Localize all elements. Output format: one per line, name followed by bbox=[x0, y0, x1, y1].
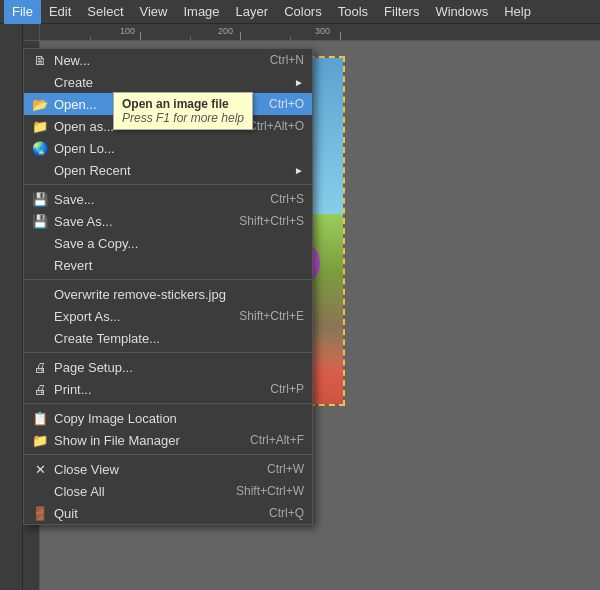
menu-item-overwrite[interactable]: Overwrite remove-stickers.jpg bbox=[24, 283, 312, 305]
tooltip-popup: Open an image file Press F1 for more hel… bbox=[113, 92, 253, 130]
menu-view[interactable]: View bbox=[132, 0, 176, 24]
globe-icon: 🌏 bbox=[30, 141, 50, 156]
menu-item-new-shortcut: Ctrl+N bbox=[270, 53, 304, 67]
tooltip-title: Open an image file bbox=[122, 97, 244, 111]
quit-icon: 🚪 bbox=[30, 506, 50, 521]
menu-item-open-recent[interactable]: Open Recent ► bbox=[24, 159, 312, 181]
tooltip-help: Press F1 for more help bbox=[122, 111, 244, 125]
menu-item-show-file-manager-shortcut: Ctrl+Alt+F bbox=[250, 433, 304, 447]
separator-2 bbox=[24, 279, 312, 280]
menu-item-open-shortcut: Ctrl+O bbox=[269, 97, 304, 111]
menu-item-new[interactable]: 🗎 New... Ctrl+N bbox=[24, 49, 312, 71]
ruler-tick-300: 300 bbox=[315, 26, 330, 36]
menu-item-save-shortcut: Ctrl+S bbox=[270, 192, 304, 206]
menu-item-save[interactable]: 💾 Save... Ctrl+S bbox=[24, 188, 312, 210]
menu-windows[interactable]: Windows bbox=[427, 0, 496, 24]
menu-help[interactable]: Help bbox=[496, 0, 539, 24]
menu-item-print-label: Print... bbox=[54, 382, 92, 397]
ruler-tick-line-200 bbox=[240, 32, 241, 41]
menu-item-overwrite-label: Overwrite remove-stickers.jpg bbox=[54, 287, 226, 302]
menu-item-quit[interactable]: 🚪 Quit Ctrl+Q bbox=[24, 502, 312, 524]
save-icon: 💾 bbox=[30, 192, 50, 207]
main-area: 100 200 300 bbox=[0, 24, 600, 590]
menu-item-save-as[interactable]: 💾 Save As... Shift+Ctrl+S bbox=[24, 210, 312, 232]
open-recent-arrow: ► bbox=[294, 165, 304, 176]
menu-item-close-all[interactable]: Close All Shift+Ctrl+W bbox=[24, 480, 312, 502]
print-icon: 🖨 bbox=[30, 382, 50, 397]
ruler-tick-line-100 bbox=[140, 32, 141, 41]
menu-item-open-as-label: Open as... bbox=[54, 119, 114, 134]
separator-3 bbox=[24, 352, 312, 353]
ruler-tick-100: 100 bbox=[120, 26, 135, 36]
menu-item-open-recent-label: Open Recent bbox=[54, 163, 131, 178]
menu-tools[interactable]: Tools bbox=[330, 0, 376, 24]
menu-item-open-location-label: Open Lo... bbox=[54, 141, 115, 156]
menu-item-show-file-manager-label: Show in File Manager bbox=[54, 433, 180, 448]
folder-icon: 📁 bbox=[30, 119, 50, 134]
toolbox bbox=[0, 24, 23, 590]
separator-5 bbox=[24, 454, 312, 455]
folder-open-icon: 📂 bbox=[30, 97, 50, 112]
menu-select[interactable]: Select bbox=[79, 0, 131, 24]
menu-item-close-view-shortcut: Ctrl+W bbox=[267, 462, 304, 476]
menu-item-create[interactable]: Create ► bbox=[24, 71, 312, 93]
menu-item-export-as-label: Export As... bbox=[54, 309, 120, 324]
menu-item-create-template-label: Create Template... bbox=[54, 331, 160, 346]
ruler-tick-200: 200 bbox=[218, 26, 233, 36]
menu-item-export-as-shortcut: Shift+Ctrl+E bbox=[239, 309, 304, 323]
ruler-horizontal: 100 200 300 bbox=[23, 24, 600, 41]
menu-item-open-location[interactable]: 🌏 Open Lo... bbox=[24, 137, 312, 159]
menu-edit[interactable]: Edit bbox=[41, 0, 79, 24]
menu-item-create-template[interactable]: Create Template... bbox=[24, 327, 312, 349]
menu-item-save-as-shortcut: Shift+Ctrl+S bbox=[239, 214, 304, 228]
menu-item-copy-location[interactable]: 📋 Copy Image Location bbox=[24, 407, 312, 429]
menu-item-save-as-label: Save As... bbox=[54, 214, 113, 229]
menu-colors[interactable]: Colors bbox=[276, 0, 330, 24]
menu-item-open-as-shortcut: Ctrl+Alt+O bbox=[248, 119, 304, 133]
menu-item-revert-label: Revert bbox=[54, 258, 92, 273]
close-icon: ✕ bbox=[30, 462, 50, 477]
menu-item-page-setup[interactable]: 🖨 Page Setup... bbox=[24, 356, 312, 378]
menu-item-close-view[interactable]: ✕ Close View Ctrl+W bbox=[24, 458, 312, 480]
page-icon: 🗎 bbox=[30, 53, 50, 68]
menubar: File Edit Select View Image Layer Colors… bbox=[0, 0, 600, 24]
menu-item-copy-location-label: Copy Image Location bbox=[54, 411, 177, 426]
menu-item-save-label: Save... bbox=[54, 192, 94, 207]
menu-item-new-label: New... bbox=[54, 53, 90, 68]
canvas-area: 100 200 300 bbox=[23, 24, 600, 590]
menu-item-quit-label: Quit bbox=[54, 506, 78, 521]
file-manager-icon: 📁 bbox=[30, 433, 50, 448]
menu-item-print-shortcut: Ctrl+P bbox=[270, 382, 304, 396]
menu-item-close-all-shortcut: Shift+Ctrl+W bbox=[236, 484, 304, 498]
menu-layer[interactable]: Layer bbox=[228, 0, 277, 24]
menu-item-page-setup-label: Page Setup... bbox=[54, 360, 133, 375]
separator-4 bbox=[24, 403, 312, 404]
menu-filters[interactable]: Filters bbox=[376, 0, 427, 24]
menu-image[interactable]: Image bbox=[175, 0, 227, 24]
menu-item-export-as[interactable]: Export As... Shift+Ctrl+E bbox=[24, 305, 312, 327]
menu-item-quit-shortcut: Ctrl+Q bbox=[269, 506, 304, 520]
create-arrow: ► bbox=[294, 77, 304, 88]
menu-item-save-copy-label: Save a Copy... bbox=[54, 236, 138, 251]
menu-item-revert[interactable]: Revert bbox=[24, 254, 312, 276]
copy-icon: 📋 bbox=[30, 411, 50, 426]
menu-item-close-view-label: Close View bbox=[54, 462, 119, 477]
menu-item-close-all-label: Close All bbox=[54, 484, 105, 499]
menu-item-show-file-manager[interactable]: 📁 Show in File Manager Ctrl+Alt+F bbox=[24, 429, 312, 451]
menu-item-save-copy[interactable]: Save a Copy... bbox=[24, 232, 312, 254]
separator-1 bbox=[24, 184, 312, 185]
menu-file[interactable]: File bbox=[4, 0, 41, 24]
menu-item-create-label: Create bbox=[54, 75, 93, 90]
printer-icon: 🖨 bbox=[30, 360, 50, 375]
ruler-tick-line-300 bbox=[340, 32, 341, 41]
menu-item-open-label: Open... bbox=[54, 97, 97, 112]
save-as-icon: 💾 bbox=[30, 214, 50, 229]
menu-item-print[interactable]: 🖨 Print... Ctrl+P bbox=[24, 378, 312, 400]
